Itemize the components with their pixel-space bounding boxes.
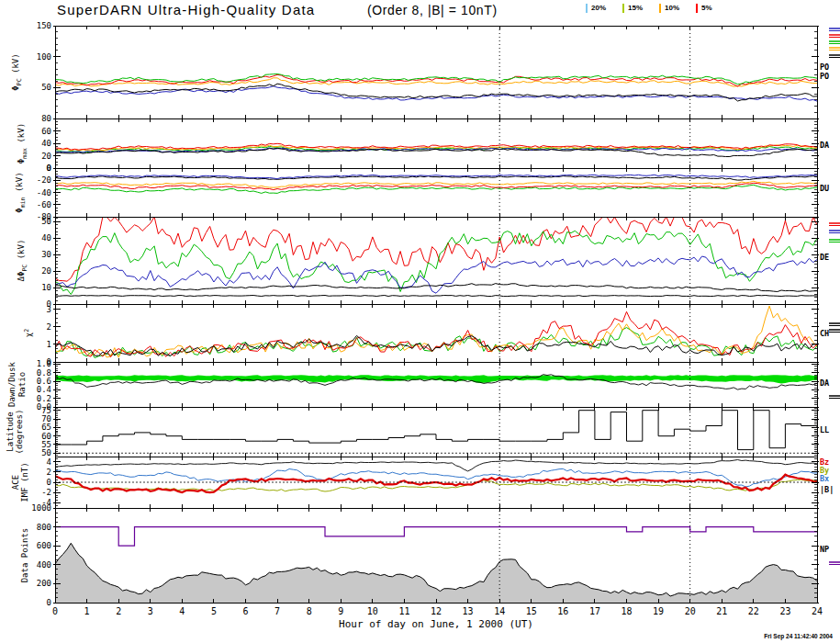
y-axis-label-chi2: χ2 <box>23 329 33 337</box>
y-tick-label: 0.8 <box>37 368 51 378</box>
legend-item-5pct: 5% <box>696 4 712 13</box>
x-tick-label: 12 <box>431 606 442 616</box>
y-axis-label-data-points: Data Points <box>20 528 29 583</box>
legend-item-10pct: 10% <box>659 4 679 13</box>
y-tick-label: 1 <box>47 340 51 349</box>
panel-dawn-dusk: 0.00.20.40.60.81.0Dawn/DuskRatioDA <box>7 359 829 412</box>
y-tick-label: 0 <box>47 598 51 607</box>
right-edge-label: LL <box>820 425 829 434</box>
y-tick-label: 55 <box>41 440 51 449</box>
right-edge-label: DU <box>820 184 829 193</box>
y-tick-label: 3 <box>47 305 51 314</box>
panel-dphi-pc: 01020304050ΔΦPC (kV)DE <box>17 217 829 309</box>
y-axis-label-ace-imf: IMF (nT) <box>20 462 29 502</box>
y-tick-label: 80 <box>41 114 51 123</box>
right-edge-label: DA <box>820 141 829 150</box>
x-tick-label: 9 <box>338 606 343 616</box>
x-tick-label: 8 <box>307 606 312 616</box>
y-tick-label: 60 <box>41 127 51 136</box>
y-tick-label: 10 <box>41 283 51 292</box>
legend-label: 5% <box>701 4 712 13</box>
y-axis-label-latitude: Latitude <box>6 412 15 451</box>
x-tick-label: 23 <box>779 606 790 616</box>
legend-label: 15% <box>628 4 643 13</box>
x-tick-label: 24 <box>812 606 823 616</box>
x-tick-label: 3 <box>148 606 153 616</box>
y-axis-label-phi-max: Φmax (kV) <box>17 123 28 164</box>
y-tick-label: -20 <box>37 175 51 185</box>
x-tick-label: 20 <box>685 606 696 616</box>
right-edge-label: Bx <box>820 474 829 483</box>
legend-label: 20% <box>591 4 606 13</box>
y-tick-label: 0.4 <box>37 385 51 394</box>
y-tick-label: 800 <box>37 523 51 532</box>
right-edge-label: NP <box>820 545 829 554</box>
y-tick-label: 65 <box>41 423 51 432</box>
y-axis-label-ace-imf: ACE <box>11 475 20 490</box>
y-tick-label: 20 <box>41 152 51 161</box>
page-title: SuperDARN Ultra-High-Quality Data <box>57 2 315 17</box>
right-edge-label: PO <box>820 72 829 81</box>
legend-item-15pct: 15% <box>622 4 643 13</box>
x-tick-label: 11 <box>398 606 409 616</box>
right-edge-label: PO <box>820 62 829 72</box>
right-edge-label: DE <box>820 253 829 262</box>
y-axis-label-latitude: (degrees) <box>15 410 24 455</box>
x-tick-label: 22 <box>748 606 759 616</box>
y-tick-label: 20 <box>41 266 51 276</box>
x-tick-label: 5 <box>211 606 217 616</box>
x-tick-label: 4 <box>179 606 185 616</box>
x-tick-label: 1 <box>84 606 90 616</box>
panel-phi-pc: 50100150ΦPC (kV)POPO <box>11 21 829 118</box>
x-tick-label: 15 <box>526 606 537 616</box>
y-tick-label: -60 <box>37 200 51 209</box>
y-tick-label: 60 <box>41 432 51 441</box>
y-axis-label-phi-pc: ΦPC (kV) <box>11 53 23 90</box>
panel-chi2: 0123χ2CH <box>23 304 829 367</box>
y-axis-label-dawn-dusk: Ratio <box>17 372 27 397</box>
x-tick-label: 14 <box>494 606 505 616</box>
y-tick-label: 600 <box>37 541 51 550</box>
x-tick-label: 6 <box>242 606 248 616</box>
y-axis-label-dphi-pc: ΔΦPC (kV) <box>17 240 28 282</box>
y-tick-label: 1000 <box>31 503 51 513</box>
y-tick-label: 1.0 <box>37 359 51 368</box>
y-axis-label-phi-min: Φmin (kV) <box>15 172 27 212</box>
x-tick-label: 16 <box>557 606 568 616</box>
y-tick-label: 100 <box>37 52 51 62</box>
x-tick-label: 13 <box>463 606 474 616</box>
y-tick-label: -40 <box>37 188 51 197</box>
legend-swatch <box>696 4 698 13</box>
y-tick-label: 75 <box>41 406 51 415</box>
right-edge-label: DA <box>820 378 829 388</box>
x-tick-label: 2 <box>116 606 121 616</box>
y-axis-label-dawn-dusk: Dawn/Dusk <box>7 362 17 407</box>
x-tick-label: 7 <box>274 606 280 616</box>
x-tick-label: 0 <box>52 606 58 616</box>
y-tick-label: 50 <box>41 217 51 226</box>
y-tick-label: 400 <box>37 560 51 570</box>
y-tick-label: 0 <box>47 478 51 487</box>
legend-swatch <box>622 4 624 13</box>
panel-data-points: 02004006008001000Data PointsNP <box>20 503 829 607</box>
right-edge-label: |B| <box>820 485 834 494</box>
y-tick-label: 70 <box>41 414 51 423</box>
y-tick-label: 150 <box>37 21 51 30</box>
legend-swatch <box>586 4 588 13</box>
legend-label: 10% <box>665 4 679 13</box>
superdarn-chart: 50100150ΦPC (kV)POPO020406080Φmax (kV)DA… <box>0 0 840 643</box>
y-tick-label: 4 <box>47 457 51 467</box>
y-tick-label: 200 <box>37 579 51 588</box>
right-edge-label: CH <box>820 329 829 338</box>
panel-latitude: 505560657075Latitude(degrees)LL <box>6 406 829 458</box>
superdarn-plot-window: 50100150ΦPC (kV)POPO020406080Φmax (kV)DA… <box>0 0 840 643</box>
panel-phi-max: 020406080Φmax (kV)DA <box>17 114 829 173</box>
panel-ace-imf: -4-2024ACEIMF (nT)BzByBx|B| <box>11 457 834 508</box>
percent-legend: 20% 15% 10% 5% <box>586 4 712 13</box>
y-tick-label: -2 <box>41 488 51 497</box>
x-tick-label: 18 <box>621 606 632 616</box>
x-tick-label: 10 <box>367 606 378 616</box>
y-tick-label: 40 <box>41 139 51 148</box>
x-tick-label: 19 <box>653 606 664 616</box>
x-axis-title: Hour of day on June, 1 2000 (UT) <box>55 618 817 630</box>
